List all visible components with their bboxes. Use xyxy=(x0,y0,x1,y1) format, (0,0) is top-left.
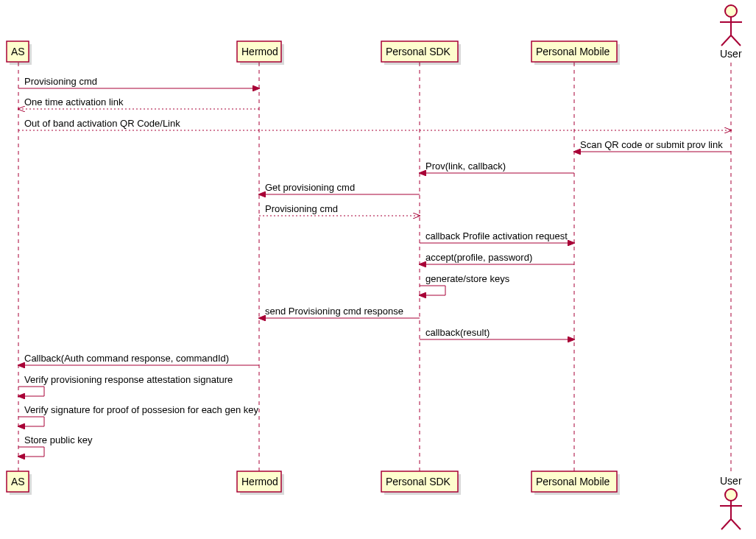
participant-hermod-bottom: Hermod xyxy=(237,471,284,495)
svg-point-13 xyxy=(725,5,737,17)
participant-mobile-label: Personal Mobile xyxy=(536,46,610,57)
participant-mobile-top: Personal Mobile xyxy=(531,41,620,65)
msg-callback-result: callback(result) xyxy=(425,327,490,338)
svg-line-16 xyxy=(721,35,731,46)
svg-text:Hermod: Hermod xyxy=(241,476,278,487)
svg-line-17 xyxy=(731,35,741,46)
participant-user-top: User xyxy=(720,5,742,60)
participant-sdk-top: Personal SDK xyxy=(381,41,461,65)
participant-as-label: AS xyxy=(11,46,25,57)
participant-as-top: AS xyxy=(7,41,32,65)
svg-point-31 xyxy=(725,489,737,501)
msg-prov-cmd-resp: Provisioning cmd xyxy=(265,203,338,214)
participant-hermod-label: Hermod xyxy=(241,46,278,57)
svg-text:Personal SDK: Personal SDK xyxy=(386,476,451,487)
participant-as-bottom: AS xyxy=(7,471,32,495)
participant-hermod-top: Hermod xyxy=(237,41,284,65)
svg-text:Personal Mobile: Personal Mobile xyxy=(536,476,610,487)
msg-one-time-link: One time activation link xyxy=(24,96,124,108)
svg-line-35 xyxy=(731,519,741,529)
msg-callback-activation: callback Profile activation request xyxy=(425,230,568,242)
svg-text:AS: AS xyxy=(11,476,25,487)
msg-callback-auth: Callback(Auth command response, commandI… xyxy=(24,353,229,364)
msg-prov: Prov(link, callback) xyxy=(425,161,506,172)
participant-sdk-label: Personal SDK xyxy=(386,46,451,57)
msg-scan-qr: Scan QR code or submit prov link xyxy=(580,139,723,150)
participant-user-label: User xyxy=(720,48,742,60)
msg-accept: accept(profile, password) xyxy=(425,252,532,263)
participant-user-bottom: User xyxy=(720,475,742,529)
participant-mobile-bottom: Personal Mobile xyxy=(531,471,620,495)
msg-provisioning-cmd: Provisioning cmd xyxy=(24,76,97,87)
msg-verify-pop: Verify signature for proof of possesion … xyxy=(24,404,258,415)
svg-text:User: User xyxy=(720,475,742,487)
msg-oob-qr: Out of band activation QR Code/Link xyxy=(24,118,180,129)
msg-get-prov: Get provisioning cmd xyxy=(265,182,355,193)
msg-send-prov-resp: send Provisioning cmd response xyxy=(265,306,403,317)
svg-line-34 xyxy=(721,519,731,529)
sequence-diagram: AS Hermod Personal SDK Personal Mobile U… xyxy=(0,0,756,539)
participant-sdk-bottom: Personal SDK xyxy=(381,471,461,495)
msg-gen-keys: generate/store keys xyxy=(425,273,510,284)
msg-store-key: Store public key xyxy=(24,434,93,445)
msg-verify-attestation: Verify provisioning response attestation… xyxy=(24,374,233,385)
